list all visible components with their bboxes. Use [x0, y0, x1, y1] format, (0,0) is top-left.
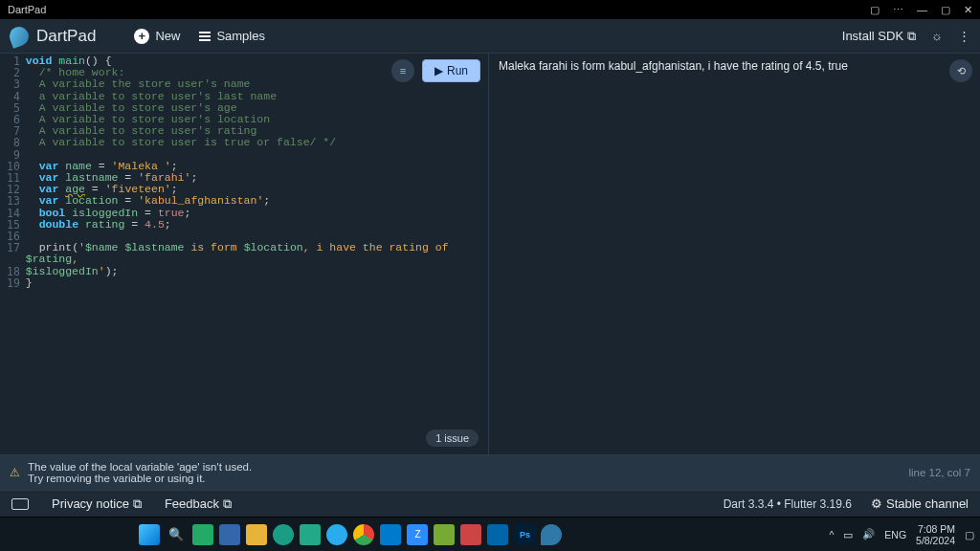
zoom-icon[interactable]: Z: [407, 524, 428, 545]
notifications-icon[interactable]: ▢: [965, 529, 974, 540]
chrome-app-icon[interactable]: [300, 524, 321, 545]
problem-location: line 12, col 7: [908, 467, 970, 478]
channel-selector[interactable]: ⚙ Stable channel: [871, 496, 969, 511]
language-indicator[interactable]: ENG: [884, 529, 906, 540]
list-icon: [199, 32, 211, 41]
new-button[interactable]: + New: [134, 29, 180, 44]
file-explorer-icon[interactable]: [246, 524, 267, 545]
format-button[interactable]: ≡: [391, 59, 414, 82]
feedback-link[interactable]: Feedback ⧉: [165, 496, 232, 512]
window-title: DartPad: [8, 4, 46, 15]
vscode-icon[interactable]: [380, 524, 401, 545]
telegram-icon[interactable]: [326, 524, 347, 545]
widgets-icon[interactable]: [219, 524, 240, 545]
warning-icon: ⚠: [10, 466, 20, 479]
more-icon[interactable]: ⋯: [893, 4, 903, 16]
cast-icon[interactable]: ▢: [870, 4, 880, 16]
issue-count-badge[interactable]: 1 issue: [426, 430, 479, 447]
output-pane: Maleka farahi is form kabul_afghanistan,…: [488, 54, 980, 454]
install-sdk-link[interactable]: Install SDK ⧉: [842, 29, 916, 44]
plus-icon: +: [134, 29, 149, 44]
battery-icon[interactable]: ▭: [843, 529, 853, 540]
external-link-icon: ⧉: [133, 496, 142, 512]
edge-icon[interactable]: [273, 524, 294, 545]
code-editor[interactable]: void main() { /* home work: A variable t…: [26, 55, 488, 454]
photoshop-icon[interactable]: Ps: [514, 524, 535, 545]
maximize-icon[interactable]: ▢: [941, 4, 950, 16]
external-link-icon: ⧉: [223, 496, 232, 512]
version-info: Dart 3.3.4 • Flutter 3.19.6: [724, 497, 852, 511]
close-icon[interactable]: ✕: [964, 4, 972, 16]
line-gutter: 1234567891011121314151617 1819: [0, 55, 26, 454]
problems-bar[interactable]: ⚠ The value of the local variable 'age' …: [0, 454, 980, 490]
samples-button[interactable]: Samples: [199, 29, 265, 43]
problem-hint: Try removing the variable or using it.: [28, 473, 252, 484]
privacy-link[interactable]: Privacy notice ⧉: [52, 496, 142, 512]
volume-icon[interactable]: 🔊: [862, 528, 875, 540]
chrome-icon[interactable]: [353, 524, 374, 545]
brightness-icon[interactable]: ☼: [931, 29, 943, 43]
external-link-icon: ⧉: [907, 29, 916, 44]
app-header: DartPad + New Samples Install SDK ⧉ ☼ ⋮: [0, 19, 980, 54]
problem-message: The value of the local variable 'age' is…: [28, 461, 252, 473]
start-button[interactable]: [139, 524, 160, 545]
run-button[interactable]: ▶ Run: [422, 59, 480, 82]
dartpad-logo-icon: [7, 24, 32, 49]
keyboard-shortcuts-icon[interactable]: [11, 498, 29, 510]
clock[interactable]: 7:08 PM 5/8/2024: [916, 523, 955, 546]
editor-pane: ≡ ▶ Run 1234567891011121314151617 1819 v…: [0, 54, 488, 454]
search-icon[interactable]: 🔍: [166, 524, 187, 545]
play-icon: ▶: [434, 64, 443, 77]
window-titlebar: DartPad ▢ ⋯ — ▢ ✕: [0, 0, 980, 19]
settings-icon: ⚙: [871, 496, 882, 511]
dart-icon[interactable]: [541, 524, 562, 545]
clear-console-button[interactable]: ⟲: [949, 59, 972, 82]
task-view-icon[interactable]: [192, 524, 213, 545]
tray-chevron-icon[interactable]: ^: [829, 529, 834, 540]
app-icon[interactable]: [460, 524, 481, 545]
app-icon[interactable]: [434, 524, 455, 545]
app-icon[interactable]: [487, 524, 508, 545]
app-title: DartPad: [36, 27, 96, 46]
console-output: Maleka farahi is form kabul_afghanistan,…: [499, 59, 970, 73]
minimize-icon[interactable]: —: [917, 4, 927, 15]
overflow-menu-icon[interactable]: ⋮: [958, 29, 970, 43]
footer-bar: Privacy notice ⧉ Feedback ⧉ Dart 3.3.4 •…: [0, 490, 980, 517]
windows-taskbar: 🔍 Z Ps ^ ▭ 🔊 ENG 7:08 PM 5/8/2024 ▢: [0, 517, 980, 551]
